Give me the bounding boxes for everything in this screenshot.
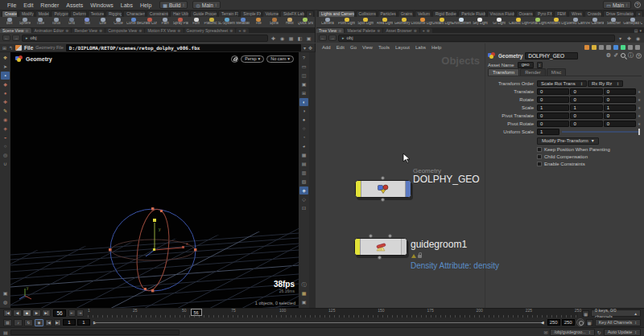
shelf-tool[interactable]: Helix (282, 17, 297, 27)
shelf-tool[interactable]: Draw Curve (142, 17, 157, 27)
current-tool-icon[interactable]: ✎ (1, 107, 10, 115)
checkbox[interactable] (537, 154, 542, 159)
node-input-connector[interactable] (388, 234, 392, 238)
node-output-connector[interactable] (378, 256, 382, 260)
shelf-tool[interactable]: Gamepad Camera (623, 17, 642, 27)
param-field-x[interactable]: 1 (537, 104, 569, 111)
shelf-tool[interactable]: Tube (33, 17, 48, 27)
camera-tool-icon[interactable]: ▣ (1, 289, 10, 297)
update-mode-button[interactable]: Auto Update↕ (604, 329, 641, 336)
param-field-x[interactable]: 0 (537, 121, 569, 127)
secure-selection-lock-icon[interactable]: ▪ (1, 72, 10, 80)
message-log-icon[interactable]: ✉ (543, 330, 547, 335)
shelf-tool[interactable]: Environment Light (452, 17, 471, 27)
help-icon[interactable]: ? (299, 54, 308, 62)
shelf-tool[interactable]: Torus (48, 17, 64, 27)
shelf-tab[interactable]: Drive Simulation (603, 10, 634, 17)
param-field-z[interactable]: 1 (604, 104, 636, 111)
float-pane-icon[interactable]: ▣ (305, 35, 312, 41)
shelf-tab[interactable]: + (635, 10, 643, 17)
param-field-y[interactable]: 0 (570, 96, 602, 103)
shelf-tab[interactable]: Constraints (147, 10, 169, 17)
shelf-tab[interactable]: Polygon (51, 10, 68, 17)
back-icon[interactable]: ← (319, 35, 327, 41)
shelf-tab[interactable]: Grains (398, 10, 414, 17)
realtime-toggle-icon[interactable]: ◉ (35, 319, 43, 326)
parameter-tab[interactable]: Transform (488, 68, 519, 76)
select-objects-icon[interactable]: ◆ (1, 80, 10, 88)
spinner-icon[interactable]: ↕ (537, 62, 543, 68)
gallery-icon[interactable] (606, 45, 611, 50)
desktop-build-selector[interactable]: ▦ Build ↕ (159, 1, 188, 9)
normals-icon[interactable]: ◇ (299, 195, 308, 203)
shelf-tool[interactable]: Path (157, 17, 172, 27)
help-icon[interactable]: ? (636, 53, 642, 59)
shelf-tab[interactable]: Characters (123, 10, 145, 17)
shelf-tab[interactable]: Vellum (415, 10, 431, 17)
ladder-icon[interactable]: ∗ (637, 105, 642, 110)
high-quality-icon[interactable]: ● (299, 116, 308, 124)
geometry-file-path-field[interactable]: D:/DIPLOMA/RETOP/scenes/retop_dolphy_v00… (66, 44, 301, 51)
pin-icon[interactable] (628, 45, 633, 50)
lighting-icon[interactable]: ◐ (299, 98, 308, 106)
file-chooser-icon[interactable]: ✥ (308, 45, 312, 51)
headlight-icon[interactable]: ◑ (299, 107, 308, 115)
network-menu-item[interactable]: Labs (413, 45, 428, 50)
grid-handle-icon[interactable]: ⊞ (2, 45, 6, 51)
split-pane-icon[interactable]: ◧ (296, 35, 303, 41)
lock-camera-icon[interactable]: ▣ (299, 80, 308, 88)
audio-icon[interactable]: ♪ (14, 319, 23, 326)
wireframe-icon[interactable]: ◕ (299, 142, 308, 150)
network-menu-item[interactable]: View (360, 45, 375, 50)
param-field-y[interactable]: 0 (570, 88, 602, 95)
shelf-tool[interactable]: GI Light (489, 17, 509, 27)
timeline-ruler[interactable]: 56 1255075100125150175200225250 (88, 309, 578, 318)
param-field-z[interactable]: 0 (604, 121, 636, 127)
shelf-tab[interactable]: + (306, 10, 314, 17)
shelf-tool[interactable]: Geometry Light (394, 17, 414, 27)
magnify-icon[interactable] (621, 53, 625, 58)
node-dolphy-geo[interactable] (355, 180, 411, 198)
desktop-main-selector[interactable]: ▭ Main ↕ (603, 1, 631, 9)
keyframe-colors-icon[interactable] (621, 45, 625, 50)
layout-pane-icon[interactable]: ▦ (287, 35, 295, 41)
menu-item[interactable]: Help (137, 2, 155, 9)
param-field-y[interactable]: 1 (570, 104, 602, 111)
stop-button[interactable]: ■ (23, 309, 31, 317)
shelf-tool[interactable]: Line (95, 17, 110, 27)
param-field-x[interactable]: 0 (537, 88, 569, 95)
network-menu-item[interactable]: Layout (393, 45, 412, 50)
shelf-tab[interactable]: SideFX Labs (280, 10, 305, 17)
network-menu-item[interactable]: Add (320, 45, 333, 50)
shelf-tab[interactable]: Modify (19, 10, 35, 17)
viewport-settings-icon[interactable]: ◍ (1, 298, 10, 306)
shelf-tool[interactable]: Spray Paint (173, 17, 188, 27)
pose-tool-icon[interactable]: ◈ (1, 125, 10, 133)
current-frame-field[interactable]: 56 (53, 309, 66, 317)
path-dropdown-icon[interactable]: ▾ (303, 45, 306, 51)
menu-item[interactable]: Windows (87, 2, 116, 9)
param-field-z[interactable]: 0 (604, 113, 636, 119)
view-tool-icon[interactable]: ○ (1, 142, 10, 150)
shelf-tab[interactable]: Deform (70, 10, 87, 17)
pane-divider[interactable] (309, 52, 316, 308)
manipulator-handles[interactable] (109, 207, 196, 292)
menu-item[interactable]: Assets (63, 2, 86, 9)
vectors-icon[interactable]: ⊡ (299, 204, 308, 212)
play-reverse-button[interactable]: ◀ (13, 309, 22, 317)
shelf-tool[interactable]: Box (2, 17, 17, 27)
shelf-tool[interactable]: Area Light (375, 17, 394, 27)
info-icon[interactable]: ⓘ (628, 51, 634, 59)
node-display-flag[interactable] (401, 239, 407, 255)
param-field-y[interactable]: 0 (570, 121, 602, 127)
shelf-tool[interactable]: Font (188, 17, 204, 27)
loop-mode-icon[interactable]: ↻ (24, 319, 33, 326)
handles-icon[interactable]: ◉ (1, 116, 10, 124)
shelf-tool[interactable]: Platonic Solids (204, 17, 219, 27)
shelf-tab[interactable]: Viscous Fluids (487, 10, 515, 17)
param-field-z[interactable]: 0 (604, 96, 636, 103)
select-components-icon[interactable]: ● (1, 89, 10, 97)
uniform-scale-field[interactable]: 1 (537, 129, 559, 135)
shelf-tool[interactable]: Volume Light (414, 17, 433, 27)
shelf-tool[interactable]: Grid (64, 17, 79, 27)
